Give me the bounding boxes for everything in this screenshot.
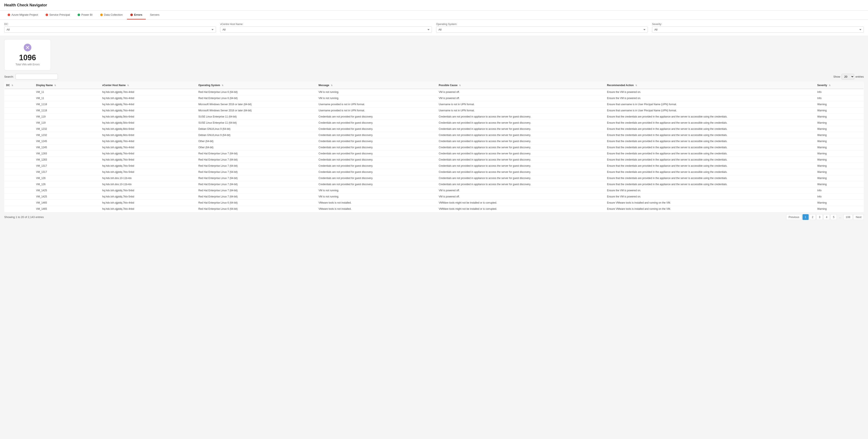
- table-row: VM_1317 hq.hdx.toh.ojjptdq.7ktx-5nbd Red…: [4, 169, 864, 175]
- cell-display: VM_11: [34, 89, 100, 95]
- cell-cause: Credentials are not provided in applianc…: [437, 169, 605, 175]
- table-body: VM_11 hq.hdx.toh.ojjptdq.7ktx-4nbd Red H…: [4, 89, 864, 212]
- tab-data-collection[interactable]: Data Collection: [97, 10, 126, 20]
- tab-azure-label: Azure Migrate Project: [11, 13, 38, 16]
- page-btn-1[interactable]: 1: [803, 214, 809, 220]
- cell-vcenter: hq.hdx.toh.ojjptdq.7ktx-4nbd: [100, 95, 197, 101]
- cell-message: VM is not running.: [317, 95, 437, 101]
- filter-severity-label: Severity:: [652, 23, 864, 26]
- cell-dc: [4, 108, 35, 114]
- col-header-vcenter[interactable]: vCenter Host Name ⇅: [100, 82, 197, 89]
- cell-message: Credentials are not provided for guest d…: [317, 144, 437, 151]
- cell-os: Debian GNU/Linux 9 (64-bit): [197, 126, 317, 132]
- cell-display: VM_1465: [34, 200, 100, 206]
- search-input[interactable]: [16, 74, 58, 80]
- filter-severity-select[interactable]: All: [652, 27, 864, 33]
- cell-cause: Credentials are not provided in applianc…: [437, 163, 605, 169]
- tab-servers-label: Servers: [150, 13, 160, 16]
- stats-icon-wrapper: [24, 44, 31, 51]
- cell-vcenter: hq.hdx.toh.ojjptdq.7ktx-9nbd: [100, 157, 197, 163]
- cell-recommended: Ensure that the credentials are provided…: [605, 120, 815, 126]
- col-header-severity[interactable]: Severity ⇅: [816, 82, 864, 89]
- cell-display: VM_1465: [34, 206, 100, 212]
- col-header-os[interactable]: Operating System ⇅: [197, 82, 317, 89]
- col-header-cause[interactable]: Possible Cause ⇅: [437, 82, 605, 89]
- cell-cause: Credentials are not provided in applianc…: [437, 132, 605, 138]
- cell-dc: [4, 157, 35, 163]
- table-row: VM_1232 hq.hdx.toh.ojjptdq.6ktx-6nbd Deb…: [4, 132, 864, 138]
- cell-recommended: Ensure VMware tools is installed and run…: [605, 200, 815, 206]
- cell-display: VM_1317: [34, 169, 100, 175]
- entries-select[interactable]: 20 50 100: [841, 74, 854, 80]
- tab-servers[interactable]: Servers: [147, 10, 163, 20]
- cell-vcenter: hq.hdx.toh.ojjptdq.6ktx-6nbd: [100, 126, 197, 132]
- cell-recommended: Ensure that the credentials are provided…: [605, 151, 815, 157]
- cell-severity: Warning: [816, 101, 864, 108]
- cell-vcenter: hq.hdx.toh.dos.10-11b-ktx: [100, 181, 197, 187]
- table-row: VM_1245 hq.hdx.toh.ojjptdq.7ktx-4nbd Oth…: [4, 138, 864, 144]
- tab-service-principal[interactable]: Service Principal: [42, 10, 73, 20]
- cell-message: Credentials are not provided for guest d…: [317, 126, 437, 132]
- filter-os-label: Operating System:: [436, 23, 648, 26]
- table-row: VM_126 hq.hdx.toh.dos.10-11b-ktx Red Hat…: [4, 181, 864, 187]
- cell-display: VM_1245: [34, 138, 100, 144]
- cell-vcenter: hq.hdx.toh.ojjptdq.7ktx-6nbd: [100, 151, 197, 157]
- page-btn-5[interactable]: 5: [831, 214, 837, 220]
- cell-severity: Warning: [816, 157, 864, 163]
- table-footer: Showing 1 to 20 of 2,143 entries Previou…: [4, 214, 864, 220]
- cell-cause: Credentials are not provided in applianc…: [437, 181, 605, 187]
- page-btn-3[interactable]: 3: [816, 214, 823, 220]
- cell-cause: VMWare tools might not be installed or i…: [437, 206, 605, 212]
- page-btn-2[interactable]: 2: [809, 214, 816, 220]
- cell-message: Credentials are not provided for guest d…: [317, 120, 437, 126]
- main-content: 1096 Total VMs with Errors Search: Show …: [0, 36, 868, 223]
- cell-severity: Warning: [816, 138, 864, 144]
- table-row: VM_1118 hq.hdx.toh.ojjptdq.7ktx-4nbd Mic…: [4, 101, 864, 108]
- cell-display: VM_1118: [34, 101, 100, 108]
- cell-recommended: Ensure VMware tools is installed and run…: [605, 206, 815, 212]
- col-header-dc[interactable]: DC ⇅: [4, 82, 35, 89]
- tab-errors[interactable]: Errors: [127, 10, 146, 20]
- cell-vcenter: hq.hdx.toh.ojjptdq.7ktx-5nbd: [100, 169, 197, 175]
- cell-cause: Credentials are not provided in applianc…: [437, 138, 605, 144]
- cell-vcenter: hq.hdx.toh.ojjptdq.7ktx-4nbd: [100, 144, 197, 151]
- show-entries: Show 20 50 100 entries: [833, 74, 864, 80]
- x-icon: [25, 46, 30, 50]
- page-btn-4[interactable]: 4: [824, 214, 830, 220]
- cell-vcenter: hq.hdx.toh.ojjptdq.7ktx-4nbd: [100, 200, 197, 206]
- cell-message: VM is not running.: [317, 89, 437, 95]
- filter-vcenter: vCentre Host Name: All: [220, 23, 432, 33]
- cell-dc: [4, 181, 35, 187]
- tab-power-bi[interactable]: Power BI: [74, 10, 96, 20]
- table-header-row: DC ⇅ Display Name ⇅ vCenter Host Name ⇅ …: [4, 82, 864, 89]
- cell-vcenter: hq.hdx.toh.ojjptdq.7ktx-4nbd: [100, 89, 197, 95]
- filter-vcenter-label: vCentre Host Name:: [220, 23, 432, 26]
- search-label: Search:: [4, 75, 14, 78]
- filter-dc: DC: All: [4, 23, 216, 33]
- cell-severity: Info: [816, 95, 864, 101]
- data-table: DC ⇅ Display Name ⇅ vCenter Host Name ⇅ …: [4, 82, 864, 212]
- filter-vcenter-select[interactable]: All: [220, 27, 432, 33]
- col-header-display[interactable]: Display Name ⇅: [34, 82, 100, 89]
- filter-os-select[interactable]: All: [436, 27, 648, 33]
- col-header-message[interactable]: Message ⇅: [317, 82, 437, 89]
- table-row: VM_1425 hq.hdx.toh.ojjptdq.7ktx-5nbd Red…: [4, 194, 864, 200]
- cell-display: VM_126: [34, 181, 100, 187]
- next-button[interactable]: Next: [854, 214, 864, 220]
- table-row: VM_1283 hq.hdx.toh.ojjptdq.7ktx-6nbd Red…: [4, 151, 864, 157]
- cell-recommended: Ensure that the credentials are provided…: [605, 132, 815, 138]
- page-btn-108[interactable]: 108: [843, 214, 853, 220]
- app-title: Health Check Navigator: [4, 3, 864, 7]
- cell-dc: [4, 114, 35, 120]
- cell-os: Microsoft Windows Server 2016 or later (…: [197, 108, 317, 114]
- tab-azure-migrate[interactable]: Azure Migrate Project: [4, 10, 41, 20]
- col-header-recommended[interactable]: Recommended Action ⇅: [605, 82, 815, 89]
- cell-display: VM_1425: [34, 194, 100, 200]
- filter-dc-select[interactable]: All: [4, 27, 216, 33]
- cell-cause: Credentials are not provided in applianc…: [437, 175, 605, 181]
- cell-cause: Credentials are not provided in applianc…: [437, 126, 605, 132]
- filter-dc-label: DC:: [4, 23, 216, 26]
- cell-severity: Info: [816, 89, 864, 95]
- service-dot-icon: [45, 13, 48, 16]
- previous-button[interactable]: Previous: [786, 214, 802, 220]
